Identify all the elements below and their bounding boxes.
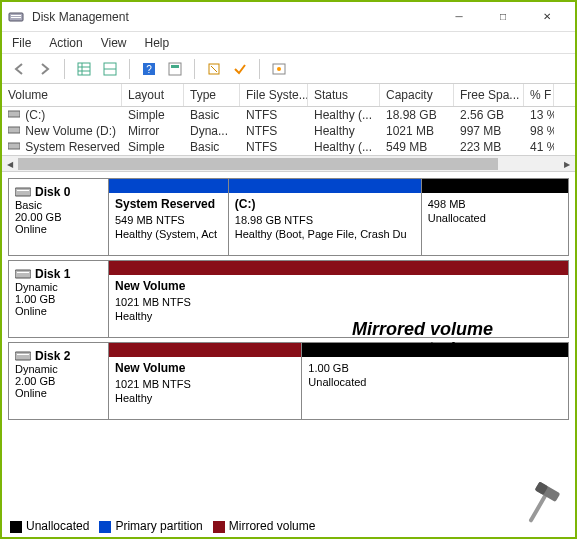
partition-bar: [302, 343, 568, 357]
menu-view[interactable]: View: [101, 36, 127, 50]
menu-help[interactable]: Help: [145, 36, 170, 50]
disk-row[interactable]: Disk 1Dynamic1.00 GBOnlineNew Volume1021…: [8, 260, 569, 338]
action-icon[interactable]: [164, 58, 186, 80]
col-type[interactable]: Type: [184, 84, 240, 106]
svg-rect-24: [17, 354, 29, 355]
partition-bar: [109, 343, 301, 357]
menubar: File Action View Help: [2, 32, 575, 54]
legend-primary: Primary partition: [99, 519, 202, 533]
separator: [64, 59, 65, 79]
table-row[interactable]: New Volume (D:)MirrorDyna...NTFSHealthy1…: [2, 123, 575, 139]
check-icon[interactable]: [229, 58, 251, 80]
disk-icon: [15, 268, 31, 280]
partition-bar: [109, 261, 568, 275]
svg-rect-3: [78, 63, 90, 75]
volume-icon: [8, 125, 22, 135]
separator: [129, 59, 130, 79]
disk-icon: [15, 350, 31, 362]
legend: Unallocated Primary partition Mirrored v…: [10, 519, 315, 533]
grid-icon[interactable]: [73, 58, 95, 80]
svg-point-15: [277, 67, 281, 71]
disk-info: Disk 1Dynamic1.00 GBOnline: [9, 261, 109, 337]
col-status[interactable]: Status: [308, 84, 380, 106]
col-free[interactable]: Free Spa...: [454, 84, 524, 106]
col-capacity[interactable]: Capacity: [380, 84, 454, 106]
partition[interactable]: New Volume1021 MB NTFSHealthy: [109, 261, 568, 337]
svg-rect-16: [8, 111, 20, 117]
svg-rect-12: [171, 65, 179, 68]
disk-info: Disk 2Dynamic2.00 GBOnline: [9, 343, 109, 419]
grid-header: Volume Layout Type File Syste... Status …: [2, 84, 575, 107]
svg-rect-18: [8, 143, 20, 149]
forward-icon[interactable]: [34, 58, 56, 80]
scroll-left-icon[interactable]: ◀: [2, 156, 18, 172]
menu-file[interactable]: File: [12, 36, 31, 50]
svg-rect-11: [169, 63, 181, 75]
svg-rect-17: [8, 127, 20, 133]
legend-mirrored: Mirrored volume: [213, 519, 316, 533]
h-scrollbar[interactable]: ◀ ▶: [2, 155, 575, 171]
app-icon: [8, 9, 24, 25]
volume-grid: Volume Layout Type File Syste... Status …: [2, 84, 575, 172]
svg-rect-22: [17, 272, 29, 273]
col-volume[interactable]: Volume: [2, 84, 122, 106]
svg-text:?: ?: [146, 64, 152, 75]
svg-rect-1: [11, 15, 21, 16]
svg-rect-26: [535, 481, 561, 502]
svg-rect-21: [15, 270, 31, 278]
partition-bar: [229, 179, 421, 193]
titlebar: Disk Management ─ □ ✕: [2, 2, 575, 32]
scroll-right-icon[interactable]: ▶: [559, 156, 575, 172]
maximize-button[interactable]: □: [481, 3, 525, 31]
separator: [194, 59, 195, 79]
volume-icon: [8, 109, 22, 119]
disk-icon: [15, 186, 31, 198]
partition[interactable]: System Reserved549 MB NTFSHealthy (Syste…: [109, 179, 228, 255]
partition-bar: [109, 179, 228, 193]
back-icon[interactable]: [8, 58, 30, 80]
partition[interactable]: (C:)18.98 GB NTFSHealthy (Boot, Page Fil…: [228, 179, 421, 255]
col-fs[interactable]: File Syste...: [240, 84, 308, 106]
table-row[interactable]: System ReservedSimpleBasicNTFSHealthy (.…: [2, 139, 575, 155]
svg-rect-27: [535, 481, 549, 495]
disk-row[interactable]: Disk 2Dynamic2.00 GBOnlineNew Volume1021…: [8, 342, 569, 420]
help-icon[interactable]: ?: [138, 58, 160, 80]
settings-icon[interactable]: [268, 58, 290, 80]
scroll-thumb[interactable]: [18, 158, 498, 170]
col-pctfree[interactable]: % F: [524, 84, 554, 106]
refresh-icon[interactable]: [203, 58, 225, 80]
close-button[interactable]: ✕: [525, 3, 569, 31]
svg-rect-20: [17, 190, 29, 191]
disk-layout: Disk 0Basic20.00 GBOnlineSystem Reserved…: [2, 172, 575, 430]
disk-row[interactable]: Disk 0Basic20.00 GBOnlineSystem Reserved…: [8, 178, 569, 256]
partition[interactable]: 498 MBUnallocated: [421, 179, 568, 255]
separator: [259, 59, 260, 79]
svg-rect-2: [11, 17, 21, 18]
toolbar: ?: [2, 54, 575, 84]
list-icon[interactable]: [99, 58, 121, 80]
minimize-button[interactable]: ─: [437, 3, 481, 31]
table-row[interactable]: (C:)SimpleBasicNTFSHealthy (...18.98 GB2…: [2, 107, 575, 123]
volume-icon: [8, 141, 22, 151]
partition[interactable]: New Volume1021 MB NTFSHealthy: [109, 343, 301, 419]
window-title: Disk Management: [32, 10, 437, 24]
disk-info: Disk 0Basic20.00 GBOnline: [9, 179, 109, 255]
hammer-icon: [511, 473, 571, 533]
menu-action[interactable]: Action: [49, 36, 82, 50]
partition[interactable]: 1.00 GBUnallocated: [301, 343, 568, 419]
svg-rect-19: [15, 188, 31, 196]
svg-rect-25: [528, 493, 547, 523]
svg-rect-23: [15, 352, 31, 360]
legend-unallocated: Unallocated: [10, 519, 89, 533]
col-layout[interactable]: Layout: [122, 84, 184, 106]
partition-bar: [422, 179, 568, 193]
